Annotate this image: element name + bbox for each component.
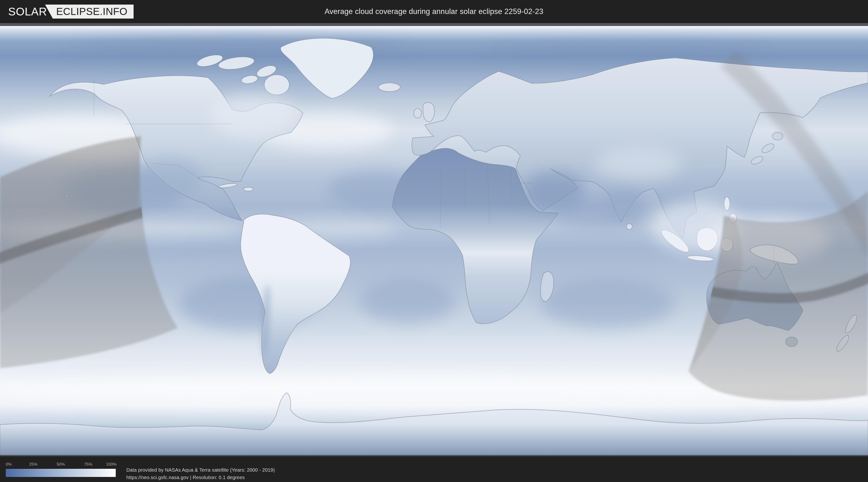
data-attribution: Data provided by NASAs Aqua & Terra sate…	[126, 466, 275, 481]
footer-bar: 0% 25% 50% 75% 100% Data provided by NAS…	[0, 455, 868, 482]
great-britain	[423, 103, 434, 122]
legend-tick-25: 25%	[29, 462, 37, 467]
iceland	[378, 83, 400, 92]
attribution-line-2: https://neo.sci.gsfc.nasa.gov | Resoluti…	[126, 474, 275, 481]
logo-text-solar: SOLAR	[8, 5, 47, 18]
page-title: Average cloud coverage during annular so…	[324, 7, 543, 16]
legend-tick-100: 100%	[106, 462, 117, 467]
legend-tick-75: 75%	[84, 462, 92, 467]
map-top-edge	[0, 23, 868, 26]
logo-badge-eclipse-info: ECLIPSE.INFO	[45, 5, 133, 19]
attribution-line-1: Data provided by NASAs Aqua & Terra sate…	[126, 466, 275, 474]
legend-tick-50: 50%	[57, 462, 65, 467]
sri-lanka	[626, 224, 632, 229]
legend-tick-labels: 0% 25% 50% 75% 100%	[6, 462, 116, 467]
world-cloud-map	[0, 26, 868, 455]
legend-gradient-bar	[6, 468, 116, 477]
cloud-coverage-legend: 0% 25% 50% 75% 100%	[6, 462, 116, 477]
header-bar: SOLAR ECLIPSE.INFO Average cloud coverag…	[0, 0, 868, 23]
site-logo[interactable]: SOLAR ECLIPSE.INFO	[8, 5, 133, 19]
legend-tick-0: 0%	[6, 462, 12, 467]
ireland	[414, 108, 422, 118]
